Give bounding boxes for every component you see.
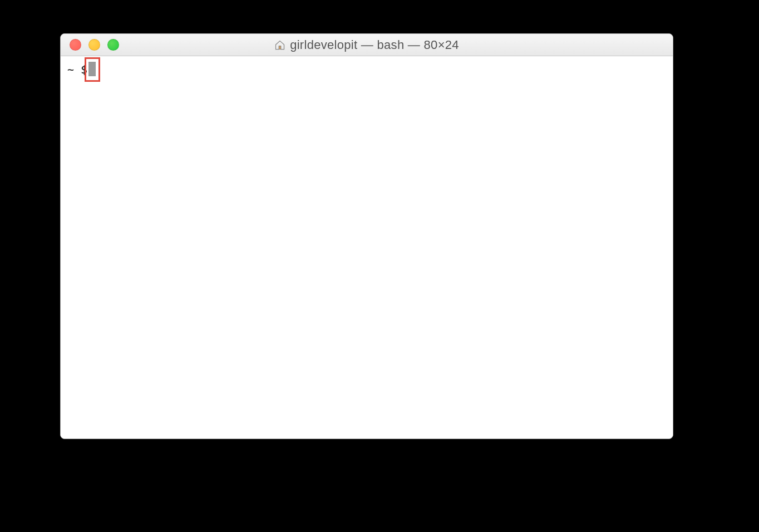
minimize-button[interactable] xyxy=(88,39,100,51)
close-button[interactable] xyxy=(70,39,81,51)
svg-rect-0 xyxy=(279,46,280,49)
home-icon xyxy=(274,40,285,51)
prompt-text: ~ $ xyxy=(67,62,87,77)
window-title: girldevelopit — bash — 80×24 xyxy=(290,38,459,52)
terminal-body[interactable]: ~ $ xyxy=(61,56,673,439)
zoom-button[interactable] xyxy=(107,39,119,51)
traffic-lights-group xyxy=(61,39,119,51)
cursor-wrapper xyxy=(87,62,96,77)
terminal-cursor xyxy=(88,62,96,76)
terminal-window: girldevelopit — bash — 80×24 ~ $ xyxy=(60,33,673,439)
window-title-container: girldevelopit — bash — 80×24 xyxy=(61,38,673,52)
prompt-line: ~ $ xyxy=(67,62,666,77)
window-titlebar[interactable]: girldevelopit — bash — 80×24 xyxy=(61,34,673,56)
